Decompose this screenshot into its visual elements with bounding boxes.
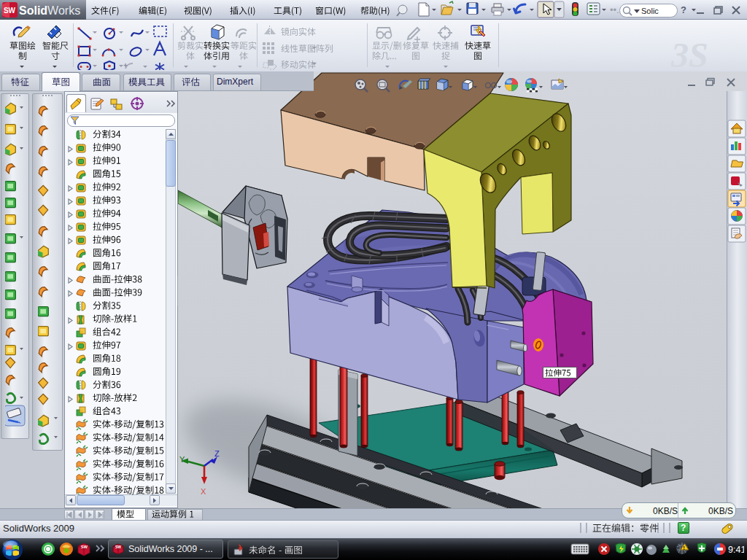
svg-text:SW: SW bbox=[81, 545, 88, 549]
svg-text:Y: Y bbox=[179, 455, 185, 464]
svg-text:9:41: 9:41 bbox=[728, 545, 744, 555]
svg-text:0KB/S: 0KB/S bbox=[653, 506, 678, 516]
svg-text:!: ! bbox=[684, 545, 685, 551]
svg-text:X: X bbox=[201, 487, 206, 496]
svg-text:0KB/S: 0KB/S bbox=[708, 506, 733, 516]
svg-text:Z: Z bbox=[214, 449, 220, 458]
svg-text:SW: SW bbox=[115, 545, 121, 549]
